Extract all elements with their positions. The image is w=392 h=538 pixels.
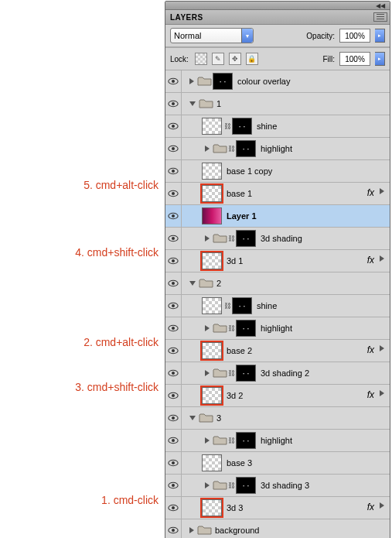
fx-badge[interactable]: fx [367,255,374,266]
fx-disclosure-icon[interactable] [380,188,384,194]
lock-transparency-icon[interactable] [195,53,207,65]
layer-row[interactable]: base 1 copy [165,160,390,183]
layer-name[interactable]: shine [257,122,277,131]
layer-row[interactable]: ⛓· ·highlight [165,430,390,452]
layer-mask-thumbnail[interactable]: · · [236,477,256,494]
visibility-eye-icon[interactable] [165,519,182,538]
layer-name[interactable]: 3d shading 2 [261,368,309,378]
layer-row[interactable]: base 3 [165,452,390,475]
lock-all-icon[interactable]: 🔒 [246,53,258,65]
layer-name[interactable]: 3d shading 3 [261,481,309,490]
layer-row[interactable]: 1 [165,93,390,115]
layer-thumbnail[interactable] [202,163,222,180]
visibility-eye-icon[interactable] [165,115,182,137]
disclosure-closed-icon[interactable] [205,146,210,152]
visibility-eye-icon[interactable] [165,295,182,317]
layer-mask-thumbnail[interactable]: · · [236,432,256,449]
visibility-eye-icon[interactable] [165,138,182,159]
layer-row[interactable]: background [165,519,390,538]
layer-name[interactable]: highlight [261,436,292,445]
layer-thumbnail[interactable] [202,185,222,202]
visibility-eye-icon[interactable] [165,317,182,339]
layers-tab[interactable]: LAYERS [170,13,203,22]
disclosure-closed-icon[interactable] [205,437,210,444]
layer-row[interactable]: Layer 1 [165,205,390,228]
opacity-slider-icon[interactable]: ▸ [375,29,385,43]
layer-row[interactable]: 3d 1fx [165,250,390,272]
visibility-eye-icon[interactable] [165,407,182,429]
visibility-eye-icon[interactable] [165,385,182,406]
visibility-eye-icon[interactable] [165,205,182,227]
lock-image-icon[interactable]: ✎ [212,53,224,65]
layer-name[interactable]: 3d shading [261,234,302,243]
layer-row[interactable]: ⛓· ·shine [165,295,390,317]
visibility-eye-icon[interactable] [165,183,182,204]
layer-name[interactable]: colour overlay [237,77,290,86]
fx-disclosure-icon[interactable] [380,255,384,262]
panel-topbar[interactable]: ◀◀ [165,2,390,10]
fx-badge[interactable]: fx [367,187,374,198]
layer-name[interactable]: 3d 3 [227,503,243,512]
disclosure-closed-icon[interactable] [205,482,210,488]
visibility-eye-icon[interactable] [165,228,182,249]
fx-disclosure-icon[interactable] [380,502,384,509]
layer-row[interactable]: ⛓· ·3d shading 3 [165,475,390,497]
layer-name[interactable]: background [215,526,260,535]
layer-thumbnail[interactable] [202,118,222,135]
layer-thumbnail[interactable] [202,342,222,359]
fx-disclosure-icon[interactable] [380,390,384,396]
layer-thumbnail[interactable] [202,207,222,224]
disclosure-closed-icon[interactable] [205,370,210,376]
layer-name[interactable]: Layer 1 [227,211,257,221]
visibility-eye-icon[interactable] [165,362,182,384]
fill-input[interactable]: 100% [339,52,370,66]
layer-name[interactable]: 1 [216,99,221,108]
layer-row[interactable]: ⛓· ·3d shading 2 [165,362,390,385]
layer-thumbnail[interactable] [202,252,222,269]
layer-row[interactable]: base 2fx [165,340,390,362]
layer-row[interactable]: 3d 3fx [165,497,390,519]
disclosure-closed-icon[interactable] [189,78,194,84]
layer-name[interactable]: shine [257,301,277,310]
visibility-eye-icon[interactable] [165,475,182,496]
fx-disclosure-icon[interactable] [380,345,384,351]
visibility-eye-icon[interactable] [165,272,182,294]
layer-name[interactable]: base 1 copy [227,166,272,176]
layer-thumbnail[interactable] [202,454,222,471]
disclosure-open-icon[interactable] [189,281,196,286]
disclosure-closed-icon[interactable] [205,235,210,242]
layer-name[interactable]: 2 [216,279,221,288]
layer-name[interactable]: highlight [261,144,292,153]
layer-name[interactable]: base 2 [227,346,252,355]
layer-mask-thumbnail[interactable]: · · [236,140,256,157]
dropdown-icon[interactable]: ▾ [241,29,253,43]
visibility-eye-icon[interactable] [165,340,182,362]
disclosure-open-icon[interactable] [189,101,196,106]
visibility-eye-icon[interactable] [165,430,182,451]
fill-slider-icon[interactable]: ▸ [375,52,385,66]
lock-position-icon[interactable]: ✥ [229,53,241,65]
layer-row[interactable]: ⛓· ·shine [165,115,390,138]
disclosure-open-icon[interactable] [189,416,196,420]
layer-row[interactable]: ⛓· ·highlight [165,138,390,160]
blend-mode-select[interactable]: Normal ▾ [170,28,254,43]
visibility-eye-icon[interactable] [165,93,182,115]
fx-badge[interactable]: fx [367,502,374,512]
layer-mask-thumbnail[interactable]: · · [236,230,256,247]
layer-mask-thumbnail[interactable]: · · [232,297,252,314]
layer-mask-thumbnail[interactable]: · · [236,365,256,382]
layer-mask-thumbnail[interactable]: · · [232,118,252,135]
layer-name[interactable]: 3 [216,413,221,423]
visibility-eye-icon[interactable] [165,160,182,182]
layer-row[interactable]: 3d 2fx [165,385,390,407]
layer-name[interactable]: base 3 [227,458,252,468]
visibility-eye-icon[interactable] [165,452,182,474]
layer-row[interactable]: 3 [165,407,390,430]
collapse-icon[interactable]: ◀◀ [376,2,385,9]
layer-thumbnail[interactable] [202,387,222,404]
disclosure-closed-icon[interactable] [205,325,210,331]
fx-badge[interactable]: fx [367,344,374,355]
layer-name[interactable]: 3d 1 [227,256,243,266]
panel-menu-icon[interactable] [373,12,387,22]
layer-row[interactable]: ⛓· ·3d shading [165,228,390,250]
